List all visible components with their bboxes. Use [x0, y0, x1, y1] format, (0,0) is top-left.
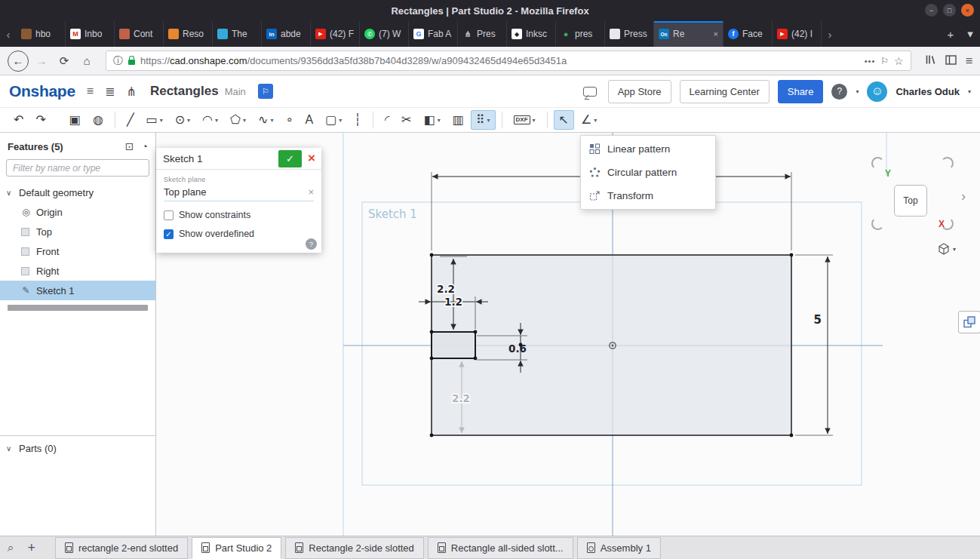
rollback-bar[interactable]	[8, 305, 148, 311]
rotate-right-chevron-icon[interactable]: ›	[961, 189, 966, 204]
parts-group[interactable]: ∨ Parts (0)	[0, 438, 155, 458]
text-tool-button[interactable]: A	[300, 110, 318, 130]
feature-item-right-plane[interactable]: Right	[0, 261, 155, 281]
onshape-logo[interactable]: Onshape	[9, 82, 75, 100]
spline-tool-button[interactable]: ∿▾	[253, 110, 278, 130]
point-tool-button[interactable]: ∘	[280, 110, 298, 130]
slot-width-value[interactable]: 1.2	[444, 296, 462, 308]
follow-icon[interactable]: ⚐	[258, 84, 273, 99]
parts-list-flyout-button[interactable]	[958, 311, 980, 333]
tab-part-studio-2[interactable]: Part Studio 2	[192, 537, 281, 559]
feature-filter-input[interactable]	[6, 159, 149, 177]
history-clock-icon[interactable]: ◔	[142, 140, 148, 152]
browser-tab[interactable]: M Inbo	[66, 21, 115, 47]
cancel-button[interactable]: ×	[306, 151, 321, 166]
browser-tab[interactable]: ● pres	[556, 21, 605, 47]
workspace-name[interactable]: Main	[225, 86, 246, 97]
library-icon[interactable]	[925, 54, 936, 68]
polygon-caret-icon[interactable]: ▾	[243, 117, 246, 124]
page-actions-icon[interactable]: •••	[865, 57, 876, 66]
browser-tab[interactable]: in abde	[262, 21, 311, 47]
menu-icon[interactable]: ≡	[966, 54, 972, 68]
rotate-arc-icon[interactable]	[871, 217, 884, 230]
browser-tab[interactable]: Cont	[115, 21, 164, 47]
redo-button[interactable]: ↷	[30, 110, 51, 130]
feature-item-front-plane[interactable]: Front	[0, 241, 155, 261]
view-cube-top-face[interactable]: Top	[894, 185, 927, 217]
scroll-tabs-right-button[interactable]: ›	[822, 21, 838, 47]
height-dimension-value[interactable]: 5	[814, 313, 822, 327]
feature-item-top-plane[interactable]: Top	[0, 222, 155, 241]
arc-caret-icon[interactable]: ▾	[215, 117, 218, 124]
default-geometry-group[interactable]: ∨ Default geometry	[0, 183, 155, 202]
versions-icon[interactable]: ≣	[105, 84, 115, 99]
chevron-down-icon[interactable]: ∨	[6, 189, 14, 197]
learning-center-button[interactable]: Learning Center	[680, 80, 770, 103]
bookmark-star-icon[interactable]: ☆	[894, 55, 904, 67]
rotate-arc-icon[interactable]	[871, 157, 884, 170]
browser-tab[interactable]: ▶ (42) I	[773, 21, 822, 47]
help-caret-icon[interactable]: ▾	[856, 88, 859, 95]
chevron-down-icon[interactable]: ∨	[6, 444, 14, 453]
user-avatar[interactable]: ☺	[867, 81, 887, 102]
arc-tool-button[interactable]: ◠▾	[197, 110, 223, 130]
feature-item-origin[interactable]: ◎ Origin	[0, 202, 155, 222]
spline-caret-icon[interactable]: ▾	[270, 117, 273, 124]
history-branch-icon[interactable]: ⋔	[127, 84, 137, 99]
accept-button[interactable]: ✓	[278, 150, 302, 167]
forward-button[interactable]: →	[32, 51, 51, 71]
tab-rectangle-2-side-slotted[interactable]: Rectangle 2-side slotted	[285, 537, 423, 559]
page-info-icon[interactable]: ⓘ	[113, 54, 123, 68]
menu-item-linear-pattern[interactable]: Linear pattern	[581, 137, 715, 161]
slot-tool-button[interactable]: ▢▾	[320, 110, 347, 130]
copy-button[interactable]: ▣	[64, 110, 86, 130]
user-name[interactable]: Charles Oduk	[896, 86, 960, 97]
scroll-tabs-left-button[interactable]: ‹	[0, 21, 17, 47]
show-overdefined-row[interactable]: ✓ Show overdefined	[164, 229, 314, 239]
tab-rectangle-2-end-slotted[interactable]: rectangle 2-end slotted	[55, 537, 188, 559]
browser-tab[interactable]: Reso	[164, 21, 213, 47]
pattern-tool-button[interactable]: ⠿▾	[471, 110, 496, 130]
browser-tab[interactable]: hbo	[17, 21, 66, 47]
list-all-tabs-button[interactable]: ▾	[960, 21, 980, 47]
menu-item-circular-pattern[interactable]: Circular pattern	[581, 161, 715, 184]
home-button[interactable]: ⌂	[77, 51, 97, 71]
show-overdefined-checkbox[interactable]: ✓	[164, 229, 174, 239]
slot-caret-icon[interactable]: ▾	[339, 117, 342, 124]
sidebar-toggle-icon[interactable]	[945, 54, 957, 68]
slot-height-value[interactable]: 0.6	[508, 342, 527, 355]
browser-tab[interactable]: The	[213, 21, 262, 47]
secure-lock-icon[interactable]	[128, 60, 135, 65]
browser-tab[interactable]: ◆ Inksc	[507, 21, 556, 47]
tab-close-icon[interactable]: ×	[713, 29, 718, 38]
help-icon[interactable]: ?	[831, 84, 847, 100]
insert-tab-button[interactable]: +	[27, 540, 35, 556]
dxf-tool-button[interactable]: DXF▾	[508, 110, 541, 130]
maximize-button[interactable]: □	[943, 4, 956, 17]
browser-tab[interactable]: ✆ (7) W	[360, 21, 409, 47]
document-menu-icon[interactable]: ≡	[87, 84, 94, 98]
view-caret-icon[interactable]: ▾	[953, 246, 956, 253]
sketch-plane-field[interactable]: Top plane ×	[164, 183, 314, 201]
isometric-view-button[interactable]: ▾	[938, 243, 956, 255]
display-states-icon[interactable]: ⊡	[125, 140, 134, 152]
overdefined-value[interactable]: 2.2	[452, 392, 470, 404]
mirror-caret-icon[interactable]: ▾	[438, 117, 441, 124]
rectangle-caret-icon[interactable]: ▾	[160, 117, 163, 124]
outer-rectangle[interactable]	[432, 255, 791, 435]
reload-button[interactable]: ⟳	[54, 51, 74, 71]
manage-tabs-icon[interactable]: ⌕	[8, 541, 14, 554]
browser-tab[interactable]: G Fab A	[409, 21, 458, 47]
mirror-tool-button[interactable]: ◧▾	[419, 110, 446, 130]
close-button[interactable]: ×	[961, 4, 974, 17]
clear-selection-icon[interactable]: ×	[308, 186, 314, 198]
back-button[interactable]: ←	[8, 51, 29, 72]
app-store-button[interactable]: App Store	[608, 80, 671, 103]
transform-tool-button[interactable]: ↖	[554, 110, 574, 130]
construction-tool-button[interactable]: ┆	[349, 110, 367, 130]
top-offset-value[interactable]: 2.2	[437, 283, 455, 295]
minimize-button[interactable]: −	[925, 4, 938, 17]
trim-tool-button[interactable]: ✂	[396, 110, 416, 130]
rectangle-tool-button[interactable]: ▭▾	[141, 110, 168, 130]
new-tab-button[interactable]: +	[941, 21, 960, 47]
